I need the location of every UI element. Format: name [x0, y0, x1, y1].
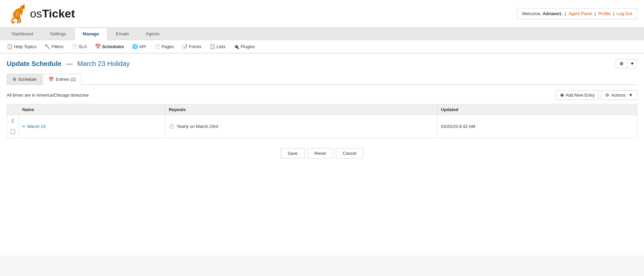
subnav-plugins[interactable]: 🔌 Plugins — [230, 42, 258, 51]
edit-icon: ✏ — [22, 124, 26, 129]
plus-icon: ⊕ — [560, 93, 564, 98]
toolbar-right: ⊕ Add New Entry ⚙ Actions ▼ — [556, 90, 637, 100]
form-buttons: Save Reset Cancel — [7, 148, 637, 159]
lists-icon: 📋 — [210, 44, 215, 49]
plugins-icon: 🔌 — [233, 44, 239, 49]
actions-dropdown-arrow: ▼ — [629, 93, 633, 98]
col-name: Name — [19, 104, 165, 115]
drag-handle-icon[interactable]: ⇕ — [10, 118, 15, 124]
logo: osTicket — [7, 3, 75, 25]
tabs: ⚙ Schedule 📅 Entries (1) — [7, 74, 637, 85]
svg-point-6 — [17, 11, 19, 13]
page-title: Update Schedule — March 23 Holiday — [7, 60, 130, 68]
subnav-help-topics[interactable]: 📋 Help Topics — [3, 42, 40, 51]
svg-point-4 — [23, 6, 24, 7]
sub-nav: 📋 Help Topics 🔧 Filters 📄 SLA 📅 Schedule… — [0, 40, 644, 54]
nav-emails[interactable]: Emails — [107, 28, 137, 40]
name-cell: ✏ March 23 — [19, 115, 165, 138]
page-title-row: Update Schedule — March 23 Holiday ⚙ ▼ — [7, 59, 637, 68]
actions-button[interactable]: ⚙ Actions ▼ — [601, 90, 637, 100]
save-button[interactable]: Save — [281, 148, 305, 159]
help-topics-icon: 📋 — [7, 44, 12, 49]
header: osTicket Welcome, Adriane1. | Agent Pane… — [0, 0, 644, 28]
entries-tab-icon: 📅 — [49, 77, 54, 82]
gear-dropdown: ⚙ ▼ — [616, 59, 637, 68]
subnav-forms[interactable]: 📝 Forms — [179, 42, 205, 51]
subnav-api[interactable]: 🌐 API — [129, 42, 150, 51]
repeats-cell: 🕐 Yearly on March 23rd — [165, 115, 438, 138]
col-repeats: Repeats — [165, 104, 438, 115]
forms-icon: 📝 — [182, 44, 188, 49]
gear-dropdown-button[interactable]: ▼ — [627, 59, 637, 68]
subnav-schedules[interactable]: 📅 Schedules — [92, 42, 127, 51]
nav-agents[interactable]: Agents — [137, 28, 168, 40]
nav-settings[interactable]: Settings — [42, 28, 74, 40]
welcome-text: Welcome, Adriane1. — [522, 11, 564, 16]
cancel-button[interactable]: Cancel — [336, 148, 363, 159]
gear-icon-small: ⚙ — [605, 93, 609, 98]
col-drag — [7, 104, 19, 115]
schedules-icon: 📅 — [95, 44, 101, 49]
subnav-lists[interactable]: 📋 Lists — [206, 42, 229, 51]
header-info: Welcome, Adriane1. | Agent Panel | Profi… — [517, 8, 637, 19]
api-icon: 🌐 — [132, 44, 138, 49]
page-body: Update Schedule — March 23 Holiday ⚙ ▼ ⚙… — [0, 54, 644, 255]
schedule-tab-icon: ⚙ — [12, 77, 17, 82]
sla-icon: 📄 — [71, 44, 77, 49]
row-checkbox[interactable] — [10, 129, 15, 134]
profile-link[interactable]: Profile — [598, 11, 611, 16]
gear-button[interactable]: ⚙ — [616, 59, 627, 68]
logo-text: osTicket — [30, 7, 75, 20]
drag-cell: ⇕ — [7, 115, 19, 138]
timezone-text: All times are in America/Chicago timezon… — [7, 93, 89, 98]
pages-icon: 📄 — [154, 44, 160, 49]
col-updated: Updated — [438, 104, 637, 115]
main-nav: Dashboard Settings Manage Emails Agents — [0, 28, 644, 40]
reset-button[interactable]: Reset — [308, 148, 333, 159]
clock-icon: 🕐 — [169, 124, 174, 129]
table-row: ⇕ ✏ March 23 🕐 Yearly on March 23rd 03/2… — [7, 115, 637, 138]
subnav-pages[interactable]: 📄 Pages — [151, 42, 177, 51]
add-new-entry-button[interactable]: ⊕ Add New Entry — [556, 90, 599, 100]
kangaroo-icon — [7, 3, 29, 25]
schedule-tab-label: Schedule — [18, 77, 36, 82]
tab-schedule[interactable]: ⚙ Schedule — [7, 74, 42, 84]
entries-tab-label: Entries (1) — [56, 77, 76, 82]
agent-panel-link[interactable]: Agent Panel — [568, 11, 592, 16]
updated-cell: 03/20/20 8:42 AM — [438, 115, 637, 138]
subnav-filters[interactable]: 🔧 Filters — [41, 42, 67, 51]
filters-icon: 🔧 — [44, 44, 50, 49]
tab-entries[interactable]: 📅 Entries (1) — [43, 74, 82, 85]
toolbar: All times are in America/Chicago timezon… — [7, 90, 637, 100]
nav-manage[interactable]: Manage — [74, 28, 107, 40]
nav-dashboard[interactable]: Dashboard — [3, 28, 42, 40]
entries-table: Name Repeats Updated ⇕ ✏ March 23 — [7, 104, 637, 138]
subnav-sla[interactable]: 📄 SLA — [68, 42, 90, 51]
logout-link[interactable]: Log Out — [617, 11, 632, 16]
entry-link[interactable]: ✏ March 23 — [22, 124, 45, 129]
